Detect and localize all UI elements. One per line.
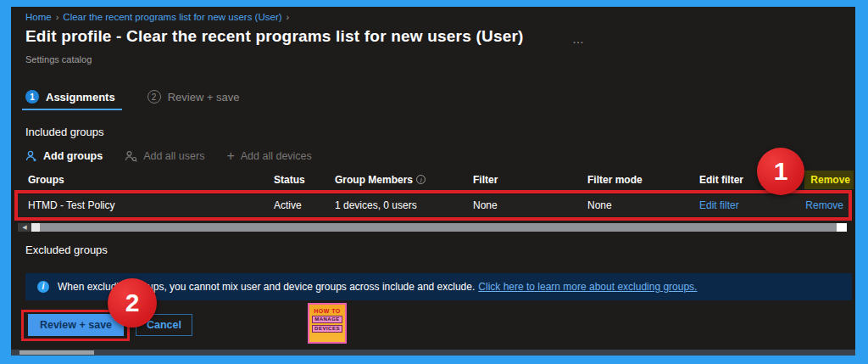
tab-label: Assignments — [46, 91, 115, 104]
add-groups-label: Add groups — [43, 150, 103, 162]
tab-assignments[interactable]: 1 Assignments — [25, 90, 115, 110]
info-banner-icon: i — [37, 281, 49, 293]
breadcrumb-profile-link[interactable]: Clear the recent programs list for new u… — [63, 12, 281, 22]
add-all-devices-label: Add all devices — [241, 150, 312, 162]
scrollbar-left-arrow[interactable]: ◀ — [18, 223, 31, 232]
breadcrumb-home-link[interactable]: Home — [25, 12, 52, 22]
column-header-status: Status — [274, 174, 305, 186]
add-groups-button[interactable]: Add groups — [25, 150, 103, 162]
tab-step-badge: 1 — [25, 90, 39, 104]
screenshot-frame: Home›Clear the recent programs list for … — [0, 0, 868, 364]
page-subtitle: Settings catalog — [25, 54, 92, 64]
excluded-groups-label: Excluded groups — [25, 244, 108, 256]
add-all-devices-button[interactable]: + Add all devices — [226, 148, 311, 164]
column-header-groups: Groups — [28, 174, 64, 186]
page-title: Edit profile - Clear the recent programs… — [25, 27, 524, 46]
logo-text-devices: DEVICES — [312, 325, 342, 333]
wizard-tabs: 1 Assignments 2 Review + save — [25, 90, 240, 110]
people-icon — [125, 150, 137, 162]
htmd-logo: HOW TO MANAGE DEVICES — [308, 303, 347, 344]
tab-label: Review + save — [168, 91, 240, 104]
included-groups-label: Included groups — [25, 126, 104, 138]
assignment-toolbar: Add groups Add all users + Add all devic… — [25, 148, 312, 164]
breadcrumb: Home›Clear the recent programs list for … — [25, 12, 293, 22]
add-all-users-button[interactable]: Add all users — [125, 150, 204, 162]
page-bottom-scrollbar-track[interactable] — [11, 350, 855, 356]
breadcrumb-separator: › — [287, 12, 290, 22]
table-horizontal-scrollbar[interactable]: ◀ — [18, 223, 847, 232]
annotation-step-1-circle: 1 — [757, 148, 804, 195]
info-icon[interactable]: i — [416, 175, 426, 184]
scrollbar-thumb-left-cap — [31, 223, 40, 232]
tab-step-badge: 2 — [147, 90, 161, 104]
breadcrumb-separator: › — [56, 12, 59, 22]
column-header-filter-mode: Filter mode — [587, 174, 643, 186]
page-bottom-scrollbar-thumb[interactable] — [19, 350, 94, 355]
annotation-step-2-circle: 2 — [108, 278, 157, 328]
column-header-filter: Filter — [473, 174, 498, 186]
add-all-users-label: Add all users — [143, 150, 204, 162]
edit-profile-page: Home›Clear the recent programs list for … — [11, 7, 855, 350]
column-header-edit-filter: Edit filter — [699, 174, 743, 186]
plus-icon: + — [226, 148, 234, 164]
logo-text-manage: MANAGE — [312, 316, 342, 323]
column-header-group-members: Group Membersi — [335, 174, 426, 186]
overflow-menu-icon[interactable]: … — [572, 32, 585, 46]
annotation-row-highlight-box — [14, 190, 852, 221]
person-add-icon — [25, 150, 37, 162]
excluding-groups-learn-more-link[interactable]: Click here to learn more about excluding… — [478, 281, 697, 293]
groups-table-header: Groups Status Group Membersi Filter Filt… — [11, 174, 855, 191]
scrollbar-thumb-right-cap — [837, 223, 847, 232]
logo-text-how-to: HOW TO — [314, 308, 341, 314]
tab-review-save[interactable]: 2 Review + save — [147, 90, 240, 110]
column-header-remove-highlighted: Remove — [804, 171, 854, 189]
